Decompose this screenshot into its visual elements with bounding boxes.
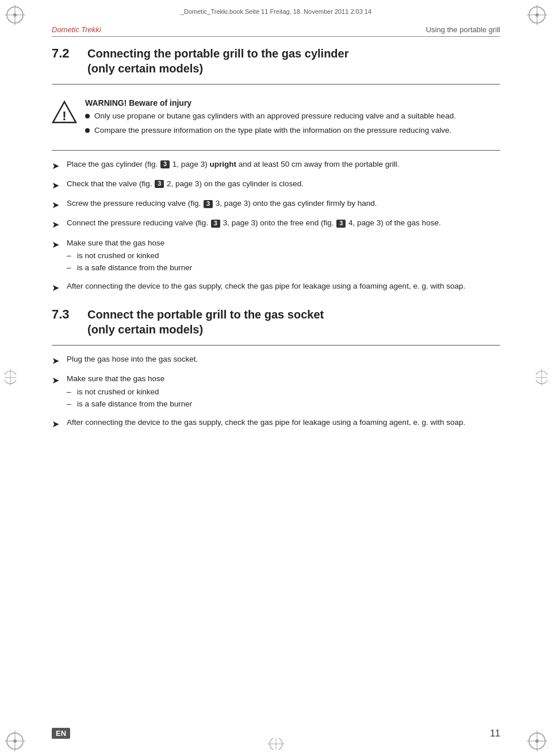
- sub-item-72-5-1-text: is not crushed or kinked: [77, 251, 159, 262]
- warning-icon: !: [52, 99, 77, 125]
- step-73-2-text: Make sure that the gas hose – is not cru…: [67, 373, 500, 410]
- step-72-3-text: Screw the pressure reducing valve (fig. …: [67, 198, 500, 209]
- arrow-icon-3: ➤: [52, 198, 61, 212]
- bullet-icon-1: [85, 114, 90, 118]
- dash-icon-2: –: [67, 263, 74, 274]
- step-72-4: ➤ Connect the pressure reducing valve (f…: [52, 217, 500, 231]
- warning-item-1: Only use propane or butane gas cylinders…: [85, 111, 500, 122]
- warning-item-2-text: Compare the pressure information on the …: [94, 125, 451, 136]
- section-72-heading: 7.2 Connecting the portable grill to the…: [52, 46, 500, 76]
- page-footer: EN 11: [52, 728, 500, 739]
- fig-badge-3-4b: 3: [336, 220, 346, 228]
- side-mark-right: [536, 369, 547, 387]
- step-72-5-text: Make sure that the gas hose – is not cru…: [67, 237, 500, 275]
- arrow-icon-6: ➤: [52, 281, 61, 294]
- step-72-2-text: Check that the valve (fig. 3 2, page 3) …: [67, 178, 500, 190]
- sub-item-73-2-1: – is not crushed or kinked: [67, 387, 500, 398]
- svg-text:!: !: [62, 109, 66, 123]
- arrow-icon-73-1: ➤: [52, 354, 61, 367]
- fig-badge-3-2: 3: [155, 180, 164, 188]
- fig-badge-3-4a: 3: [211, 220, 220, 228]
- header-left: Dometic Trekki: [52, 25, 101, 34]
- corner-mark-br: [527, 731, 547, 751]
- warning-content: WARNING! Beware of injury Only use propa…: [85, 98, 500, 140]
- page-header: Dometic Trekki Using the portable grill: [52, 25, 500, 37]
- arrow-icon-1: ➤: [52, 159, 61, 172]
- sub-list-73-2: – is not crushed or kinked – is a safe d…: [67, 387, 500, 410]
- dash-icon-73-1: –: [67, 387, 74, 398]
- section-72-title: Connecting the portable grill to the gas…: [87, 46, 349, 76]
- warning-title: WARNING! Beware of injury: [85, 98, 500, 108]
- bullet-icon-2: [85, 128, 90, 133]
- dash-icon-1: –: [67, 251, 74, 262]
- dash-icon-73-2: –: [67, 399, 74, 410]
- page: _Dometic_Trekki.book Seite 11 Freitag, 1…: [0, 0, 552, 756]
- warning-box: ! WARNING! Beware of injury Only use pro…: [52, 93, 500, 142]
- steps-73: ➤ Plug the gas hose into the gas socket.…: [52, 354, 500, 431]
- sub-item-72-5-1: – is not crushed or kinked: [67, 251, 500, 262]
- sub-item-73-2-1-text: is not crushed or kinked: [77, 387, 159, 398]
- step-72-4-text: Connect the pressure reducing valve (fig…: [67, 217, 500, 229]
- section-73-number: 7.3: [52, 307, 78, 322]
- step-72-6: ➤ After connecting the device to the gas…: [52, 281, 500, 294]
- warning-item-2: Compare the pressure information on the …: [85, 125, 500, 136]
- arrow-icon-73-2: ➤: [52, 374, 61, 387]
- arrow-icon-5: ➤: [52, 238, 61, 251]
- fig-badge-3-3: 3: [204, 200, 213, 208]
- step-72-5: ➤ Make sure that the gas hose – is not c…: [52, 237, 500, 275]
- warning-list: Only use propane or butane gas cylinders…: [85, 111, 500, 136]
- step-72-3: ➤ Screw the pressure reducing valve (fig…: [52, 198, 500, 212]
- section-73-title: Connect the portable grill to the gas so…: [87, 307, 324, 337]
- step-72-6-text: After connecting the device to the gas s…: [67, 281, 500, 292]
- corner-mark-tl: [5, 5, 25, 25]
- divider-73: [52, 345, 500, 346]
- step-73-3-text: After connecting the device to the gas s…: [67, 417, 500, 428]
- section-73-heading: 7.3 Connect the portable grill to the ga…: [52, 307, 500, 337]
- arrow-icon-2: ➤: [52, 179, 61, 192]
- footer-lang: EN: [52, 728, 70, 739]
- sub-item-72-5-2-text: is a safe distance from the burner: [77, 263, 192, 274]
- file-info: _Dometic_Trekki.book Seite 11 Freitag, 1…: [52, 8, 500, 15]
- steps-72: ➤ Place the gas cylinder (fig. 3 1, page…: [52, 159, 500, 294]
- sub-item-72-5-2: – is a safe distance from the burner: [67, 263, 500, 274]
- divider-warning: [52, 150, 500, 151]
- section-72-number: 7.2: [52, 46, 78, 61]
- side-mark-left: [5, 369, 16, 387]
- sub-item-73-2-2: – is a safe distance from the burner: [67, 399, 500, 410]
- warning-item-1-text: Only use propane or butane gas cylinders…: [94, 111, 456, 122]
- header-right: Using the portable grill: [426, 25, 500, 34]
- step-73-2: ➤ Make sure that the gas hose – is not c…: [52, 373, 500, 410]
- step-73-1: ➤ Plug the gas hose into the gas socket.: [52, 354, 500, 367]
- arrow-icon-4: ➤: [52, 218, 61, 231]
- corner-mark-bl: [5, 731, 25, 751]
- step-73-3: ➤ After connecting the device to the gas…: [52, 417, 500, 431]
- step-72-1-text: Place the gas cylinder (fig. 3 1, page 3…: [67, 159, 500, 170]
- step-73-1-text: Plug the gas hose into the gas socket.: [67, 354, 500, 365]
- step-72-1: ➤ Place the gas cylinder (fig. 3 1, page…: [52, 159, 500, 172]
- fig-badge-3-1: 3: [160, 160, 170, 168]
- footer-page: 11: [490, 728, 500, 739]
- sub-list-72-5: – is not crushed or kinked – is a safe d…: [67, 251, 500, 274]
- sub-item-73-2-2-text: is a safe distance from the burner: [77, 399, 192, 410]
- divider-72: [52, 84, 500, 85]
- bottom-center-mark: [267, 738, 285, 751]
- content-area: 7.2 Connecting the portable grill to the…: [52, 46, 500, 710]
- arrow-icon-73-3: ➤: [52, 417, 61, 431]
- step-72-2: ➤ Check that the valve (fig. 3 2, page 3…: [52, 178, 500, 192]
- corner-mark-tr: [527, 5, 547, 25]
